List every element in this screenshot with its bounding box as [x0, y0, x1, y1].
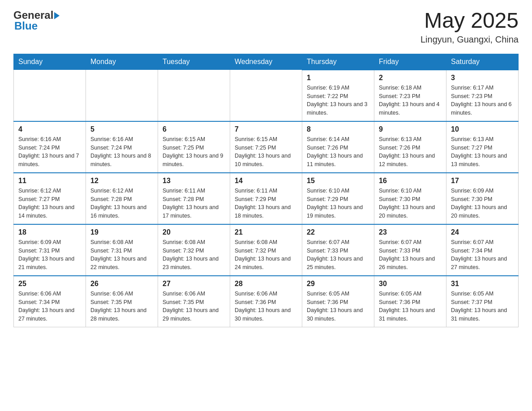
- day-info: Sunrise: 6:19 AMSunset: 7:22 PMDaylight:…: [307, 84, 369, 117]
- day-info: Sunrise: 6:11 AMSunset: 7:28 PMDaylight:…: [163, 187, 225, 220]
- day-number: 11: [18, 177, 81, 185]
- day-number: 27: [163, 280, 225, 288]
- day-info: Sunrise: 6:13 AMSunset: 7:27 PMDaylight:…: [451, 135, 514, 169]
- day-info: Sunrise: 6:13 AMSunset: 7:26 PMDaylight:…: [379, 135, 442, 169]
- calendar-cell: 7Sunrise: 6:15 AMSunset: 7:25 PMDaylight…: [230, 121, 302, 173]
- calendar-row-1: 1Sunrise: 6:19 AMSunset: 7:22 PMDaylight…: [14, 70, 519, 121]
- day-info: Sunrise: 6:07 AMSunset: 7:33 PMDaylight:…: [379, 238, 442, 272]
- day-number: 5: [90, 125, 153, 133]
- calendar-row-5: 25Sunrise: 6:06 AMSunset: 7:34 PMDayligh…: [14, 276, 519, 327]
- day-number: 29: [307, 280, 369, 288]
- day-info: Sunrise: 6:07 AMSunset: 7:34 PMDaylight:…: [451, 238, 514, 272]
- calendar-cell: 8Sunrise: 6:14 AMSunset: 7:26 PMDaylight…: [302, 121, 374, 173]
- day-number: 15: [307, 177, 369, 185]
- logo-blue-text: Blue: [13, 20, 38, 32]
- day-number: 25: [18, 280, 81, 288]
- day-number: 9: [379, 125, 442, 133]
- day-info: Sunrise: 6:05 AMSunset: 7:37 PMDaylight:…: [451, 290, 514, 323]
- calendar-cell: 2Sunrise: 6:18 AMSunset: 7:23 PMDaylight…: [374, 70, 446, 121]
- calendar-cell: [230, 70, 302, 121]
- calendar-row-3: 11Sunrise: 6:12 AMSunset: 7:27 PMDayligh…: [14, 173, 519, 224]
- day-info: Sunrise: 6:09 AMSunset: 7:31 PMDaylight:…: [18, 238, 81, 272]
- calendar-cell: 18Sunrise: 6:09 AMSunset: 7:31 PMDayligh…: [14, 224, 86, 276]
- calendar-cell: 29Sunrise: 6:05 AMSunset: 7:36 PMDayligh…: [302, 276, 374, 327]
- day-number: 28: [235, 280, 297, 288]
- day-info: Sunrise: 6:05 AMSunset: 7:36 PMDaylight:…: [307, 290, 369, 323]
- day-number: 30: [379, 280, 442, 288]
- day-number: 4: [18, 125, 81, 133]
- calendar-cell: 16Sunrise: 6:10 AMSunset: 7:30 PMDayligh…: [374, 173, 446, 224]
- day-info: Sunrise: 6:11 AMSunset: 7:29 PMDaylight:…: [235, 187, 297, 220]
- day-number: 13: [163, 177, 225, 185]
- calendar-cell: 31Sunrise: 6:05 AMSunset: 7:37 PMDayligh…: [446, 276, 519, 327]
- day-info: Sunrise: 6:16 AMSunset: 7:24 PMDaylight:…: [18, 135, 81, 169]
- day-number: 24: [451, 228, 514, 236]
- header-thursday: Thursday: [302, 54, 374, 70]
- day-number: 31: [451, 280, 514, 288]
- day-number: 17: [451, 177, 514, 185]
- day-number: 26: [90, 280, 153, 288]
- calendar-cell: 14Sunrise: 6:11 AMSunset: 7:29 PMDayligh…: [230, 173, 302, 224]
- day-info: Sunrise: 6:06 AMSunset: 7:34 PMDaylight:…: [18, 290, 81, 323]
- title-block: May 2025 Lingyun, Guangxi, China: [420, 9, 519, 45]
- calendar-cell: 9Sunrise: 6:13 AMSunset: 7:26 PMDaylight…: [374, 121, 446, 173]
- calendar-cell: 6Sunrise: 6:15 AMSunset: 7:25 PMDaylight…: [158, 121, 230, 173]
- day-info: Sunrise: 6:15 AMSunset: 7:25 PMDaylight:…: [163, 135, 225, 169]
- page-header: General Blue May 2025 Lingyun, Guangxi, …: [13, 9, 519, 45]
- day-number: 1: [307, 74, 369, 82]
- day-info: Sunrise: 6:08 AMSunset: 7:31 PMDaylight:…: [90, 238, 153, 272]
- calendar-table: Sunday Monday Tuesday Wednesday Thursday…: [13, 54, 519, 327]
- calendar-cell: 15Sunrise: 6:10 AMSunset: 7:29 PMDayligh…: [302, 173, 374, 224]
- calendar-cell: [158, 70, 230, 121]
- calendar-cell: 30Sunrise: 6:05 AMSunset: 7:36 PMDayligh…: [374, 276, 446, 327]
- day-info: Sunrise: 6:06 AMSunset: 7:35 PMDaylight:…: [90, 290, 153, 323]
- calendar-cell: 12Sunrise: 6:12 AMSunset: 7:28 PMDayligh…: [86, 173, 158, 224]
- calendar-cell: 19Sunrise: 6:08 AMSunset: 7:31 PMDayligh…: [86, 224, 158, 276]
- calendar-cell: [14, 70, 86, 121]
- calendar-cell: [86, 70, 158, 121]
- day-number: 22: [307, 228, 369, 236]
- day-info: Sunrise: 6:09 AMSunset: 7:30 PMDaylight:…: [451, 187, 514, 220]
- calendar-cell: 23Sunrise: 6:07 AMSunset: 7:33 PMDayligh…: [374, 224, 446, 276]
- day-number: 16: [379, 177, 442, 185]
- day-number: 2: [379, 74, 442, 82]
- day-info: Sunrise: 6:16 AMSunset: 7:24 PMDaylight:…: [90, 135, 153, 169]
- calendar-cell: 20Sunrise: 6:08 AMSunset: 7:32 PMDayligh…: [158, 224, 230, 276]
- calendar-cell: 5Sunrise: 6:16 AMSunset: 7:24 PMDaylight…: [86, 121, 158, 173]
- day-number: 6: [163, 125, 225, 133]
- logo: General Blue: [13, 9, 60, 32]
- header-monday: Monday: [86, 54, 158, 70]
- day-number: 23: [379, 228, 442, 236]
- month-year-title: May 2025: [420, 9, 519, 33]
- day-info: Sunrise: 6:17 AMSunset: 7:23 PMDaylight:…: [451, 84, 514, 117]
- day-number: 10: [451, 125, 514, 133]
- calendar-header-row: Sunday Monday Tuesday Wednesday Thursday…: [14, 54, 519, 70]
- calendar-cell: 26Sunrise: 6:06 AMSunset: 7:35 PMDayligh…: [86, 276, 158, 327]
- calendar-cell: 21Sunrise: 6:08 AMSunset: 7:32 PMDayligh…: [230, 224, 302, 276]
- calendar-cell: 27Sunrise: 6:06 AMSunset: 7:35 PMDayligh…: [158, 276, 230, 327]
- calendar-cell: 17Sunrise: 6:09 AMSunset: 7:30 PMDayligh…: [446, 173, 519, 224]
- day-info: Sunrise: 6:08 AMSunset: 7:32 PMDaylight:…: [235, 238, 297, 272]
- day-number: 21: [235, 228, 297, 236]
- day-info: Sunrise: 6:10 AMSunset: 7:29 PMDaylight:…: [307, 187, 369, 220]
- calendar-cell: 10Sunrise: 6:13 AMSunset: 7:27 PMDayligh…: [446, 121, 519, 173]
- day-number: 3: [451, 74, 514, 82]
- day-info: Sunrise: 6:06 AMSunset: 7:36 PMDaylight:…: [235, 290, 297, 323]
- calendar-cell: 1Sunrise: 6:19 AMSunset: 7:22 PMDaylight…: [302, 70, 374, 121]
- calendar-cell: 4Sunrise: 6:16 AMSunset: 7:24 PMDaylight…: [14, 121, 86, 173]
- day-number: 12: [90, 177, 153, 185]
- header-friday: Friday: [374, 54, 446, 70]
- day-info: Sunrise: 6:14 AMSunset: 7:26 PMDaylight:…: [307, 135, 369, 169]
- calendar-cell: 11Sunrise: 6:12 AMSunset: 7:27 PMDayligh…: [14, 173, 86, 224]
- day-number: 7: [235, 125, 297, 133]
- day-info: Sunrise: 6:15 AMSunset: 7:25 PMDaylight:…: [235, 135, 297, 169]
- day-number: 18: [18, 228, 81, 236]
- logo-arrow-icon: [54, 12, 60, 19]
- day-info: Sunrise: 6:08 AMSunset: 7:32 PMDaylight:…: [163, 238, 225, 272]
- location-subtitle: Lingyun, Guangxi, China: [420, 34, 519, 45]
- day-info: Sunrise: 6:12 AMSunset: 7:28 PMDaylight:…: [90, 187, 153, 220]
- calendar-row-4: 18Sunrise: 6:09 AMSunset: 7:31 PMDayligh…: [14, 224, 519, 276]
- day-number: 19: [90, 228, 153, 236]
- day-number: 8: [307, 125, 369, 133]
- header-saturday: Saturday: [446, 54, 519, 70]
